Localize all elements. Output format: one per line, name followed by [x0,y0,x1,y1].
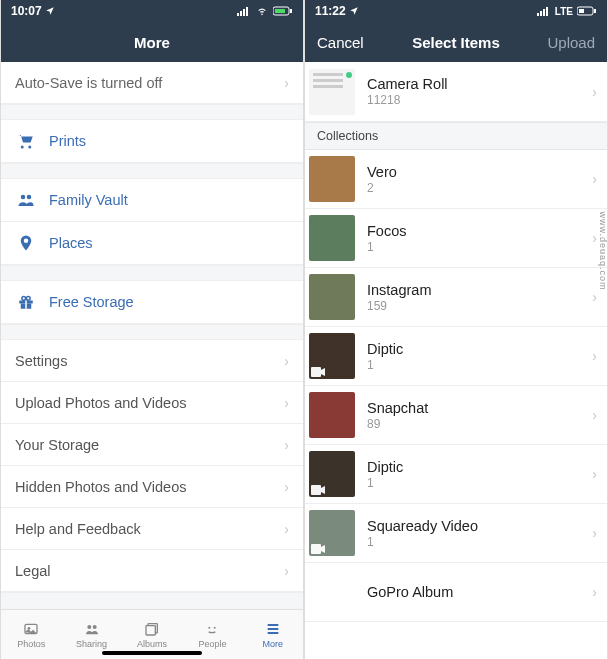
nav-bar: More [1,22,303,62]
places-row[interactable]: Places [1,222,303,265]
prints-label: Prints [49,133,289,149]
select-content: Camera Roll 11218 › Collections Vero2 › … [305,62,607,659]
photos-icon [21,621,41,637]
section-gap [1,104,303,120]
home-indicator [102,651,202,655]
album-thumbnail [309,215,355,261]
svg-rect-27 [543,9,545,16]
chevron-right-icon: › [284,521,289,537]
section-gap [1,592,303,609]
album-thumbnail [309,333,355,379]
chevron-right-icon: › [284,563,289,579]
battery-icon [273,6,293,16]
svg-rect-34 [313,79,343,82]
tab-photos[interactable]: Photos [1,610,61,659]
settings-list-row[interactable]: Your Storage› [1,424,303,466]
svg-rect-11 [25,301,27,309]
row-label: Upload Photos and Videos [15,395,284,411]
settings-list-row[interactable]: Hidden Photos and Videos› [1,466,303,508]
svg-point-36 [346,72,352,78]
album-title: Camera Roll [367,76,592,92]
album-thumbnail [309,510,355,556]
chevron-right-icon: › [592,84,597,100]
album-row[interactable]: Diptic1 › [305,327,607,386]
status-bar: 11:22 LTE [305,0,607,22]
chevron-right-icon: › [592,230,597,246]
free-storage-row[interactable]: Free Storage [1,281,303,324]
row-label: Hidden Photos and Videos [15,479,284,495]
left-screen: 10:07 More Auto-Save is turned off › Pri… [0,0,304,659]
right-screen: 11:22 LTE Cancel Select Items Upload Cam… [304,0,608,659]
video-icon [311,544,325,554]
cancel-button[interactable]: Cancel [317,34,364,51]
svg-point-17 [92,625,96,629]
svg-rect-35 [313,85,343,88]
tab-label: Photos [17,639,45,649]
collections-header: Collections [305,122,607,150]
svg-rect-31 [594,9,596,13]
album-count: 1 [367,240,592,254]
svg-point-7 [21,195,26,200]
album-row[interactable]: Focos1 › [305,209,607,268]
album-title: GoPro Album [367,584,592,600]
carrier-label: LTE [555,6,573,17]
chevron-right-icon: › [592,584,597,600]
chevron-right-icon: › [284,479,289,495]
svg-rect-26 [540,11,542,16]
svg-rect-1 [240,11,242,16]
nav-bar: Cancel Select Items Upload [305,22,607,62]
chevron-right-icon: › [284,75,289,91]
album-row[interactable]: Vero2 › [305,150,607,209]
free-storage-label: Free Storage [49,294,289,310]
prints-row[interactable]: Prints [1,120,303,163]
tab-label: People [198,639,226,649]
camera-roll-row[interactable]: Camera Roll 11218 › [305,62,607,122]
svg-point-21 [214,626,216,628]
album-title: Diptic [367,341,592,357]
status-time: 10:07 [11,4,42,18]
svg-point-12 [22,296,26,300]
album-thumbnail [309,156,355,202]
album-row[interactable]: Snapchat89 › [305,386,607,445]
album-row[interactable]: Diptic1 › [305,445,607,504]
nav-title: More [134,34,170,51]
signal-icon [237,6,251,16]
chevron-right-icon: › [284,395,289,411]
settings-list-row[interactable]: Help and Feedback› [1,508,303,550]
tab-label: More [263,639,284,649]
svg-rect-33 [313,73,343,76]
row-label: Your Storage [15,437,284,453]
album-title: Vero [367,164,592,180]
upload-button[interactable]: Upload [547,34,595,51]
family-vault-label: Family Vault [49,192,289,208]
album-count: 1 [367,476,592,490]
chevron-right-icon: › [592,171,597,187]
svg-rect-0 [237,13,239,16]
svg-point-13 [26,296,30,300]
svg-point-16 [87,625,91,629]
svg-point-20 [209,626,211,628]
svg-rect-39 [311,544,321,554]
settings-list-row[interactable]: Legal› [1,550,303,592]
svg-point-15 [28,627,31,630]
more-content: Auto-Save is turned off › Prints Family … [1,62,303,609]
row-label: Legal [15,563,284,579]
album-title: Squaready Video [367,518,592,534]
family-vault-row[interactable]: Family Vault [1,179,303,222]
album-count: 11218 [367,93,592,107]
albums-icon [142,621,162,637]
chevron-right-icon: › [592,407,597,423]
tab-more[interactable]: More [243,610,303,659]
svg-rect-25 [537,13,539,16]
album-row[interactable]: Squaready Video1 › [305,504,607,563]
settings-list-row[interactable]: Settings› [1,340,303,382]
autosave-row[interactable]: Auto-Save is turned off › [1,62,303,104]
album-thumbnail [309,69,355,115]
people-icon [202,621,222,637]
album-row[interactable]: GoPro Album › [305,563,607,622]
wifi-icon [255,6,269,16]
album-row[interactable]: Instagram159 › [305,268,607,327]
settings-list-row[interactable]: Upload Photos and Videos› [1,382,303,424]
svg-rect-3 [246,7,248,16]
video-icon [311,485,325,495]
